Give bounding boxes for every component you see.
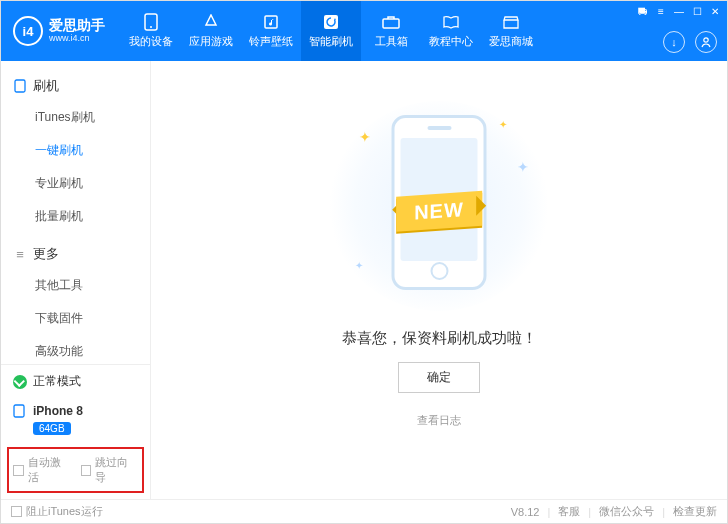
download-button[interactable]: ↓ (663, 31, 685, 53)
body: 刷机 iTunes刷机 一键刷机 专业刷机 批量刷机 ≡ 更多 其他工具 下载固… (1, 61, 727, 499)
nav-label: 教程中心 (429, 34, 473, 49)
chk-label: 自动激活 (28, 455, 71, 485)
close-icon[interactable]: ✕ (709, 5, 721, 17)
logo: i4 爱思助手 www.i4.cn (1, 16, 121, 46)
logo-icon: i4 (13, 16, 43, 46)
status-ok-icon (13, 375, 27, 389)
sidebar-bottom: 正常模式 iPhone 8 64GB 自动激活 跳过向导 (1, 364, 150, 499)
chk-label: 阻止iTunes运行 (26, 504, 103, 519)
main-panel: ✦ ✦ ✦ ✦ NEW 恭喜您，保资料刷机成功啦！ 确定 查看日志 (151, 61, 727, 499)
sidebar-item-pro-flash[interactable]: 专业刷机 (1, 167, 150, 200)
wechat-link[interactable]: 微信公众号 (599, 504, 654, 519)
checkbox-icon (81, 465, 92, 476)
refresh-icon (322, 13, 340, 31)
svg-rect-6 (15, 80, 25, 92)
sidebar: 刷机 iTunes刷机 一键刷机 专业刷机 批量刷机 ≡ 更多 其他工具 下载固… (1, 61, 151, 499)
mode-label: 正常模式 (33, 373, 81, 390)
sidebar-item-batch-flash[interactable]: 批量刷机 (1, 200, 150, 233)
book-icon (442, 13, 460, 31)
ribbon-text: NEW (396, 191, 482, 232)
svg-rect-3 (324, 15, 338, 29)
store-icon (502, 13, 520, 31)
chk-label: 跳过向导 (95, 455, 138, 485)
ok-button[interactable]: 确定 (398, 362, 480, 393)
new-ribbon: NEW (396, 194, 482, 229)
nav-label: 我的设备 (129, 34, 173, 49)
support-link[interactable]: 客服 (558, 504, 580, 519)
svg-rect-7 (14, 405, 24, 417)
nav-label: 工具箱 (375, 34, 408, 49)
highlighted-options: 自动激活 跳过向导 (7, 447, 144, 493)
toolbox-icon (382, 13, 400, 31)
maximize-icon[interactable]: ☐ (691, 5, 703, 17)
nav-toolbox[interactable]: 工具箱 (361, 1, 421, 61)
music-icon (262, 13, 280, 31)
sparkle-icon: ✦ (499, 119, 507, 130)
apps-icon (202, 13, 220, 31)
version-label: V8.12 (511, 506, 540, 518)
check-update-link[interactable]: 检查更新 (673, 504, 717, 519)
checkbox-block-itunes[interactable]: 阻止iTunes运行 (11, 504, 103, 519)
sidebar-item-itunes-flash[interactable]: iTunes刷机 (1, 101, 150, 134)
svg-point-1 (150, 26, 152, 28)
device-name: iPhone 8 (33, 404, 83, 418)
checkbox-auto-activate[interactable]: 自动激活 (13, 455, 71, 485)
nav-label: 应用游戏 (189, 34, 233, 49)
svg-rect-4 (383, 19, 399, 28)
status-bar: 阻止iTunes运行 V8.12 | 客服 | 微信公众号 | 检查更新 (1, 499, 727, 523)
checkbox-icon (13, 465, 24, 476)
sidebar-group-more[interactable]: ≡ 更多 (1, 239, 150, 269)
sidebar-group-flash[interactable]: 刷机 (1, 71, 150, 101)
svg-point-5 (704, 38, 708, 42)
phone-small-icon (13, 404, 27, 418)
nav-store[interactable]: 爱思商城 (481, 1, 541, 61)
nav-tutorial[interactable]: 教程中心 (421, 1, 481, 61)
sidebar-item-other-tools[interactable]: 其他工具 (1, 269, 150, 302)
group-title: 刷机 (33, 77, 59, 95)
group-title: 更多 (33, 245, 59, 263)
device-mode[interactable]: 正常模式 (1, 365, 150, 398)
nav-label: 智能刷机 (309, 34, 353, 49)
cart-icon[interactable]: ⛟ (637, 5, 649, 17)
app-url: www.i4.cn (49, 34, 105, 44)
header-actions: ↓ (663, 31, 717, 53)
storage-badge: 64GB (33, 422, 71, 435)
sparkle-icon: ✦ (517, 159, 529, 175)
sidebar-item-download-firmware[interactable]: 下载固件 (1, 302, 150, 335)
app-name: 爱思助手 (49, 18, 105, 33)
checkbox-skip-setup[interactable]: 跳过向导 (81, 455, 139, 485)
sidebar-item-advanced[interactable]: 高级功能 (1, 335, 150, 364)
nav-flash[interactable]: 智能刷机 (301, 1, 361, 61)
device-icon (13, 79, 27, 93)
nav-my-device[interactable]: 我的设备 (121, 1, 181, 61)
nav-apps[interactable]: 应用游戏 (181, 1, 241, 61)
menu-icon[interactable]: ≡ (655, 5, 667, 17)
success-message: 恭喜您，保资料刷机成功啦！ (342, 329, 537, 348)
nav-label: 爱思商城 (489, 34, 533, 49)
nav-ringtone[interactable]: 铃声壁纸 (241, 1, 301, 61)
success-illustration: ✦ ✦ ✦ ✦ NEW (329, 101, 549, 311)
app-window: i4 爱思助手 www.i4.cn 我的设备 应用游戏 铃声壁纸 智能刷机 (0, 0, 728, 524)
account-button[interactable] (695, 31, 717, 53)
sparkle-icon: ✦ (359, 129, 371, 145)
nav-label: 铃声壁纸 (249, 34, 293, 49)
sparkle-icon: ✦ (355, 260, 363, 271)
phone-icon (142, 13, 160, 31)
title-bar: i4 爱思助手 www.i4.cn 我的设备 应用游戏 铃声壁纸 智能刷机 (1, 1, 727, 61)
minimize-icon[interactable]: — (673, 5, 685, 17)
checkbox-icon (11, 506, 22, 517)
sidebar-item-oneclick-flash[interactable]: 一键刷机 (1, 134, 150, 167)
top-nav: 我的设备 应用游戏 铃声壁纸 智能刷机 工具箱 教程中心 (121, 1, 541, 61)
more-icon: ≡ (13, 247, 27, 261)
device-row[interactable]: iPhone 8 (1, 398, 150, 420)
window-controls: ⛟ ≡ — ☐ ✕ (637, 5, 721, 17)
view-log-link[interactable]: 查看日志 (417, 413, 461, 428)
